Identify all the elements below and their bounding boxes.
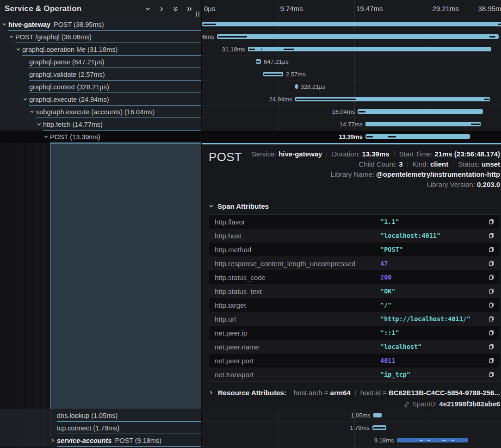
attribute-row: net.transport"ip_tcp" [209,367,500,381]
tree-row[interactable]: service-accountsPOST (9.18ms) [0,434,201,447]
copy-icon[interactable] [488,232,495,240]
indent-guide [2,409,2,447]
tree-row[interactable]: POST /graphql (36.06ms) [0,31,201,43]
resource-attributes-row[interactable]: Resource Attributes: host.arch = arm64ho… [209,389,500,397]
span-tree-panel: Service & Operation hive-gatewayPOST (38… [0,0,201,448]
span-duration-bar[interactable] [358,109,483,114]
tree-row[interactable]: subgraph.execute (accounts) (16.04ms) [0,106,201,118]
span-duration-bar[interactable] [397,438,469,442]
indent-guide [23,18,23,143]
copy-icon[interactable] [488,315,495,323]
span-id-label: SpanID: [412,400,437,408]
copy-icon[interactable] [488,287,495,295]
copy-icon[interactable] [488,301,495,309]
operation-label: POST /graphql (36.06ms) [15,33,92,41]
meta-label: Library Version: [427,180,477,188]
chevron-right-icon[interactable] [155,4,168,13]
copy-icon[interactable] [488,357,495,365]
copy-icon[interactable] [488,343,495,351]
bar-duration-label: 1.05ms [351,409,371,422]
span-bar-row[interactable]: 2.57ms [202,68,501,81]
span-duration-bar[interactable] [365,122,481,126]
selected-span-highlight [50,143,201,409]
span-duration-bar[interactable] [365,134,470,139]
detail-header: POST Service: hive-gatewayDuration: 13.3… [209,149,500,190]
attribute-row: net.peer.name"localhost" [209,340,500,354]
tree-row[interactable]: hive-gatewayPOST (38.95ms) [0,18,201,31]
copy-icon[interactable] [488,329,495,337]
copy-icon[interactable] [488,260,495,268]
meta-label: Start Time: [399,150,435,158]
tree-row[interactable]: graphql.execute (24.94ms) [0,93,201,106]
axis-tick: 9.74ms [280,5,303,12]
tree-row[interactable]: dns.lookup (1.05ms) [0,409,201,422]
copy-icon[interactable] [488,274,495,281]
timeline-axis: 0µs 9.74ms 19.47ms 29.21ms 38.95ms [202,0,501,18]
child-span-tick [256,61,260,62]
meta-value: 0.203.0 [477,180,500,188]
span-bar-row[interactable]: 13.39ms [202,131,501,143]
axis-tick: 19.47ms [356,5,383,12]
span-bar-row[interactable]: 1.05ms [202,409,501,422]
double-chevron-down-icon[interactable] [168,4,182,13]
span-duration-bar[interactable] [202,22,501,26]
operation-label: graphql.operation Me (31.18ms) [22,46,118,53]
child-span-tick [427,440,430,441]
span-bar-row[interactable]: 328.21µs [202,81,501,93]
attribute-key: http.response_content_length_uncompresse… [215,260,380,268]
meta-label: Duration: [332,150,362,158]
bar-duration-label: 328.21µs [301,81,326,93]
chevron-down-icon[interactable] [36,122,42,127]
bar-duration-label: 16.04ms [332,106,355,118]
tree-row[interactable]: POST (13.39ms) [0,131,201,143]
span-bar-row[interactable]: 24.94ms [202,93,501,106]
attribute-key: net.peer.ip [215,329,380,337]
child-span-tick [484,99,489,100]
axis-tick: 29.21ms [433,5,459,12]
double-chevron-right-icon[interactable] [182,4,196,13]
child-span-tick [218,36,247,37]
bar-duration-label: 1.79ms [350,422,370,434]
tree-row[interactable]: graphql.parse (647.21µs) [0,56,201,68]
panel-resize-handle[interactable] [196,12,199,17]
tree-row[interactable]: graphql.operation Me (31.18ms) [0,43,201,56]
meta-label: Service: [252,150,278,158]
span-duration-bar[interactable] [373,413,382,417]
tree-row[interactable]: tcp.connect (1.79ms) [0,422,201,434]
span-bar-row[interactable]: 31.18ms [202,43,501,56]
span-bar-row[interactable]: 38.95ms [202,18,501,31]
attribute-row: http.target"/" [209,298,500,312]
bar-duration-label: 2.57ms [286,68,306,81]
tree-row[interactable]: graphql.validate (2.57ms) [0,68,201,81]
bar-duration-label: 9.18ms [374,434,394,447]
span-bar-row[interactable]: 14.77ms [202,118,501,131]
span-bar-row[interactable]: 9.18ms [202,434,501,447]
timeline-rows-bottom: 1.05ms1.79ms9.18ms [202,409,501,447]
copy-icon[interactable] [488,246,495,254]
tree-row[interactable]: http.fetch (14.77ms) [0,118,201,131]
bar-duration-label: 647.21µs [264,56,289,68]
operation-label: subgraph.execute (accounts) (16.04ms) [36,108,155,116]
attribute-key: net.peer.port [215,357,380,365]
link-icon[interactable] [403,401,410,408]
tree-row[interactable]: graphql.context (328.21µs) [0,81,201,93]
span-bar-row[interactable]: 16.04ms [202,106,501,118]
span-duration-bar[interactable] [217,34,499,39]
chevron-down-icon[interactable] [141,4,155,13]
attribute-row: http.method"POST" [209,243,500,256]
span-duration-bar[interactable] [295,84,298,89]
tree-detail-gap [0,143,201,409]
meta-separator [327,151,327,157]
copy-icon[interactable] [488,218,495,226]
attribute-key: http.url [215,315,380,323]
meta-separator [453,161,453,168]
chevron-down-icon[interactable] [29,109,35,115]
span-attributes-header[interactable]: Span Attributes [209,202,500,210]
span-bar-row[interactable]: 36.06ms [202,31,501,43]
copy-icon[interactable] [488,371,495,379]
chevron-down-icon[interactable] [43,134,49,140]
span-bar-row[interactable]: 647.21µs [202,56,501,68]
span-bar-row[interactable]: 1.79ms [202,422,501,434]
indent-guide [16,409,16,447]
attribute-value: 47 [380,260,388,267]
